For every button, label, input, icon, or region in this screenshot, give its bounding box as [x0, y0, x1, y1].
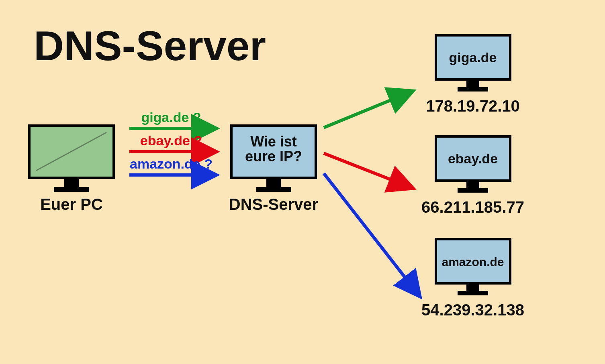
- dns-screen-line2: eure IP?: [245, 148, 302, 165]
- svg-rect-9: [256, 187, 291, 192]
- target-giga-ip: 178.19.72.10: [426, 97, 520, 115]
- query-label-ebay: ebay.de ?: [140, 133, 202, 148]
- query-arrow-ebay: ebay.de ?: [129, 133, 213, 152]
- svg-rect-8: [266, 179, 281, 187]
- diagram-title: DNS-Server: [34, 22, 266, 69]
- svg-rect-12: [458, 87, 488, 92]
- user-pc-label: Euer PC: [40, 195, 103, 213]
- dns-screen-line1: Wie ist: [250, 133, 297, 150]
- dns-server-label: DNS-Server: [229, 195, 318, 213]
- user-pc-icon: [29, 126, 114, 192]
- svg-rect-2: [64, 179, 79, 187]
- svg-rect-18: [458, 291, 488, 295]
- target-ebay-ip: 66.211.185.77: [421, 198, 524, 216]
- resolve-arrow-giga: [324, 92, 410, 128]
- svg-rect-17: [466, 285, 479, 291]
- target-amazon-ip: 54.239.32.138: [421, 301, 524, 319]
- resolve-arrow-ebay: [324, 153, 410, 187]
- target-ebay-name: ebay.de: [448, 151, 498, 166]
- query-arrow-giga: giga.de ?: [129, 110, 213, 128]
- target-amazon-icon: amazon.de: [436, 239, 510, 295]
- target-giga-icon: giga.de: [436, 35, 510, 92]
- target-amazon-name: amazon.de: [441, 255, 504, 268]
- target-ebay-icon: ebay.de: [436, 136, 510, 193]
- target-giga-name: giga.de: [449, 50, 497, 65]
- query-label-giga: giga.de ?: [141, 110, 201, 125]
- query-label-amazon: amazon.de ?: [130, 156, 213, 171]
- svg-rect-15: [458, 188, 488, 193]
- svg-rect-14: [466, 182, 479, 188]
- query-arrow-amazon: amazon.de ?: [129, 156, 213, 175]
- dns-server-icon: Wie ist eure IP?: [231, 126, 316, 192]
- svg-rect-11: [466, 81, 479, 87]
- svg-rect-3: [54, 187, 89, 192]
- dns-diagram: DNS-Server Euer PC giga.de ? ebay.de ? a…: [0, 0, 605, 364]
- resolve-arrow-amazon: [324, 173, 418, 294]
